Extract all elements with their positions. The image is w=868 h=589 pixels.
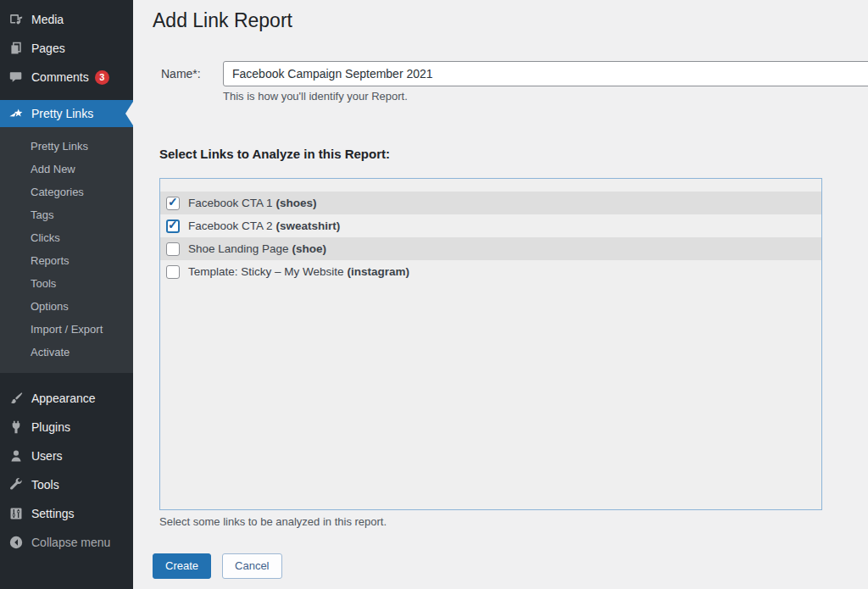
submenu-item-activate[interactable]: Activate: [0, 341, 133, 364]
submenu-item-tags[interactable]: Tags: [0, 203, 133, 226]
sidebar-item-label: Pages: [31, 42, 65, 55]
form-actions: Create Cancel: [153, 553, 868, 579]
pages-icon: [8, 40, 25, 57]
link-name: Template: Sticky – My Website: [188, 265, 344, 278]
sidebar-item-label: Users: [31, 449, 63, 463]
comments-count-badge: 3: [95, 70, 109, 85]
admin-sidebar: Media Pages Comments 3 Pretty Links Pret…: [0, 0, 133, 589]
sidebar-item-label: Settings: [31, 507, 75, 520]
link-name: Facebook CTA 2: [188, 219, 273, 232]
links-list-help: Select some links to be analyzed in this…: [159, 515, 868, 528]
pretty-links-icon: [8, 105, 25, 122]
link-row[interactable]: Shoe Landing Page (shoe): [160, 237, 821, 260]
sidebar-item-label: Comments: [31, 70, 89, 84]
submenu-item-tools[interactable]: Tools: [0, 272, 133, 295]
page-title: Add Link Report: [153, 0, 868, 34]
sidebar-bottom-menu: Appearance Plugins Users Tools Settings: [0, 373, 133, 557]
create-button[interactable]: Create: [153, 553, 211, 579]
link-checkbox[interactable]: [166, 242, 180, 256]
menu-separator: [0, 92, 133, 100]
report-name-input[interactable]: [223, 61, 868, 86]
link-row[interactable]: Facebook CTA 1 (shoes): [160, 192, 821, 214]
settings-icon: [8, 505, 25, 522]
submenu-item-add-new[interactable]: Add New: [0, 158, 133, 181]
link-slug: (shoes): [276, 197, 317, 209]
sidebar-item-tools[interactable]: Tools: [0, 470, 133, 499]
submenu-item-pretty-links[interactable]: Pretty Links: [0, 135, 133, 158]
name-field-help: This is how you'll identify your Report.: [223, 90, 868, 103]
submenu-item-reports[interactable]: Reports: [0, 249, 133, 272]
sidebar-top-menu: Media Pages Comments 3 Pretty Links Pret…: [0, 0, 133, 373]
sidebar-item-label: Collapse menu: [31, 536, 110, 549]
content-area: Add Link Report Name*: This is how you'l…: [133, 0, 868, 589]
sidebar-item-label: Plugins: [31, 420, 70, 434]
name-field-label: Name*:: [161, 67, 223, 81]
link-checkbox[interactable]: [166, 197, 180, 210]
link-name: Shoe Landing Page: [188, 242, 289, 255]
sidebar-item-plugins[interactable]: Plugins: [0, 413, 133, 442]
sidebar-item-label: Appearance: [31, 392, 96, 405]
link-slug: (sweatshirt): [276, 219, 341, 232]
sidebar-item-collapse-menu[interactable]: Collapse menu: [0, 528, 133, 557]
sidebar-item-pages[interactable]: Pages: [0, 34, 133, 63]
submenu-item-clicks[interactable]: Clicks: [0, 226, 133, 249]
appearance-icon: [8, 390, 25, 407]
link-slug: (instagram): [348, 265, 410, 278]
sidebar-item-media[interactable]: Media: [0, 5, 133, 34]
submenu-item-categories[interactable]: Categories: [0, 181, 133, 203]
sidebar-item-label: Media: [31, 13, 64, 26]
link-checkbox[interactable]: [166, 265, 180, 279]
sidebar-item-label: Pretty Links: [31, 107, 93, 120]
comments-icon: [8, 69, 25, 86]
link-name: Facebook CTA 1: [188, 197, 273, 209]
link-slug: (shoe): [292, 242, 327, 255]
link-row[interactable]: Template: Sticky – My Website (instagram…: [160, 260, 821, 283]
name-field-row: Name*:: [153, 61, 868, 86]
pretty-links-submenu: Pretty Links Add New Categories Tags Cli…: [0, 127, 133, 373]
sidebar-item-pretty-links[interactable]: Pretty Links: [0, 100, 133, 127]
sidebar-item-appearance[interactable]: Appearance: [0, 384, 133, 413]
plugins-icon: [8, 419, 25, 436]
cancel-button[interactable]: Cancel: [222, 553, 281, 579]
sidebar-item-users[interactable]: Users: [0, 442, 133, 470]
link-row[interactable]: Facebook CTA 2 (sweatshirt): [160, 214, 821, 237]
links-section-heading: Select Links to Analyze in this Report:: [159, 147, 868, 161]
links-list: Facebook CTA 1 (shoes) Facebook CTA 2 (s…: [159, 178, 822, 510]
sidebar-item-comments[interactable]: Comments 3: [0, 63, 133, 92]
users-icon: [8, 447, 25, 464]
tools-icon: [8, 476, 25, 493]
collapse-menu-icon: [8, 534, 25, 551]
sidebar-item-label: Tools: [31, 478, 59, 492]
link-checkbox[interactable]: [166, 219, 180, 233]
sidebar-item-settings[interactable]: Settings: [0, 499, 133, 528]
submenu-item-import-export[interactable]: Import / Export: [0, 318, 133, 341]
media-icon: [8, 11, 25, 28]
submenu-item-options[interactable]: Options: [0, 295, 133, 318]
